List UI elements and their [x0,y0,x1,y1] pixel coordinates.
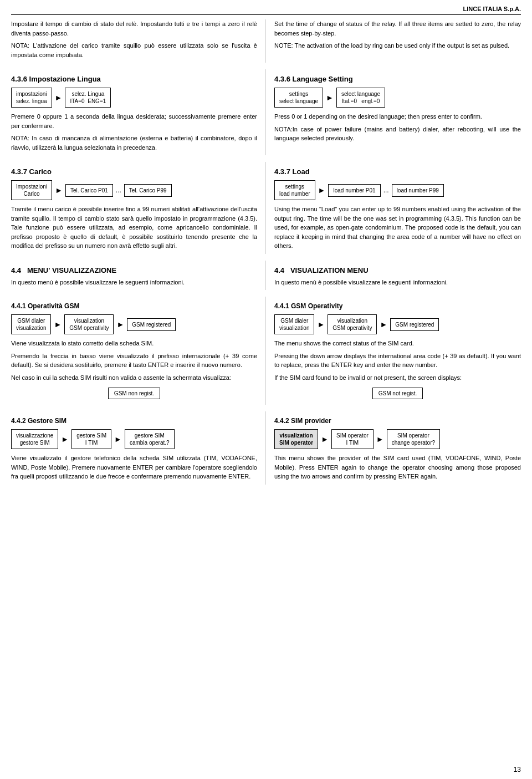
section-436-right: 4.3.6 Language Setting settingsselect la… [266,69,521,155]
flow-box-sim-operator-change: SIM operatorchange operator? [387,429,440,449]
section-44-right-title: 4.4 VISUALIZATION MENU [274,266,521,274]
flow-arrow-1: ► [55,93,63,102]
intro-left-para2: NOTA: L'attivazione del carico tramite s… [11,41,257,59]
flow-box-gsm-registered-left: GSM registered [127,318,176,331]
section-437-left: 4.3.7 Carico ImpostazioniCarico ► Tel. C… [11,162,266,254]
section-442-right-title: 4.4.2 SIM provider [274,417,521,425]
flow-arrow-8: ► [380,320,387,329]
section-442-right: 4.4.2 SIM provider visualizationSIM oper… [266,411,521,485]
flow-box-vis-gestore-sim: visualizzazionegestore SIM [11,429,58,449]
page: LINCE ITALIA S.p.A. Impostare il tempo d… [0,0,532,779]
section-44-left-title-num: 4.4 [11,266,21,274]
intro-right: Set the time of change of status of the … [266,19,521,63]
section-441-right-title: 4.4.1 GSM Operativity [274,302,521,310]
section-436-left-flow: impostazioniselez. lingua ► selez. Lingu… [11,88,257,108]
section-44-left-title-text: MENU' VISUALIZZAZIONE [23,266,116,274]
intro-left: Impostare il tempo di cambio di stato de… [11,19,266,63]
section-442: 4.4.2 Gestore SIM visualizzazionegestore… [11,411,521,485]
flow-box-settings-select: settingsselect language [274,88,323,108]
section-441-left-para3: Nel caso in cui la scheda SIM risulti no… [11,373,257,383]
section-437-left-title: 4.3.7 Carico [11,167,257,176]
section-44-left-title: 4.4 MENU' VISUALIZZAZIONE [11,266,257,274]
section-442-left-para1: Viene visualizzato il gestore telefonico… [11,454,257,481]
section-441-left-para1: Viene visualizzata lo stato corretto del… [11,339,257,348]
section-436-left: 4.3.6 Impostazione Lingua impostazionise… [11,69,266,155]
section-442-left-flow: visualizzazionegestore SIM ► gestore SIM… [11,429,257,449]
page-number: 13 [514,766,521,773]
flow-box-gsm-dialer-vis-right: GSM dialervisualization [274,314,314,334]
section-436-right-para2: NOTA:In case of power failure (mains and… [274,125,521,143]
section-441-right-para2: Pressing the down arrow displays the int… [274,352,521,370]
section-437-left-flow: ImpostazioniCarico ► Tel. Carico P01 ...… [11,180,257,200]
section-442-right-flow: visualizationSIM operator ► SIM operator… [274,429,521,449]
section-441-right-flow: GSM dialervisualization ► visualizationG… [274,314,521,334]
section-436: 4.3.6 Impostazione Lingua impostazionise… [11,69,521,155]
flow-box-vis-gsm-operativity-left: visualizationGSM operativity [64,314,114,334]
section-441-left-title: 4.4.1 Operatività GSM [11,302,257,310]
section-44-left-para1: In questo menù è possibile visualizzare … [11,278,257,287]
flow-arrow-12: ► [376,435,384,444]
page-header: LINCE ITALIA S.p.A. [11,6,521,15]
flow-arrow-3: ► [55,186,63,195]
section-44-right: 4.4 VISUALIZATION MENU In questo menù è … [266,261,521,291]
section-442-left-title: 4.4.2 Gestore SIM [11,417,257,425]
flow-arrow-10: ► [114,435,122,444]
gsm-non-regist-left: GSM non regist. [108,388,160,399]
flow-box-gestore-sim-cambia: gestore SIMcambia operat.? [125,429,175,449]
section-44-right-para1: In questo menù è possibile visualizzare … [274,278,521,287]
flow-box-load-number-p01: load number P01 [328,184,380,197]
flow-box-tel-carico-p99: Tel. Carico P99 [124,184,172,197]
intro-right-para2: NOTE: The activation of the load by ring… [274,41,521,50]
section-441-left-para2: Premendo la freccia in basso viene visua… [11,352,257,370]
section-437-right-para1: Using the menu "Load" you can enter up t… [274,205,521,251]
section-44-left: 4.4 MENU' VISUALIZZAZIONE In questo menù… [11,261,266,291]
flow-box-gsm-registered-right: GSM registered [390,318,439,331]
intro-left-para1: Impostare il tempo di cambio di stato de… [11,19,257,38]
section-441-right-para1: The menu shows the correct status of the… [274,339,521,348]
intro-section: Impostare il tempo di cambio di stato de… [11,19,521,63]
section-436-right-title: 4.3.6 Language Setting [274,75,521,83]
section-437-right-title: 4.3.7 Load [274,167,521,176]
section-437-right: 4.3.7 Load settingsload number ► load nu… [266,162,521,254]
section-442-left: 4.4.2 Gestore SIM visualizzazionegestore… [11,411,266,485]
flow-box-tel-carico-p01: Tel. Carico P01 [65,184,113,197]
gsm-non-regist-right-container: GSM not regist. [274,385,521,401]
section-441-left-flow: GSM dialervisualization ► visualizationG… [11,314,257,334]
section-436-left-para2: NOTA: In caso di mancanza di alimentazio… [11,134,257,152]
section-436-left-title: 4.3.6 Impostazione Lingua [11,75,257,83]
flow-arrow-4: ► [318,186,326,195]
section-437: 4.3.7 Carico ImpostazioniCarico ► Tel. C… [11,162,521,254]
flow-box-settings-load-number: settingsload number [274,180,315,200]
section-44-right-title-num: 4.4 [274,266,284,274]
section-436-right-flow: settingsselect language ► select languag… [274,88,521,108]
flow-dots-1: ... [116,186,121,194]
company-name: LINCE ITALIA S.p.A. [463,6,521,12]
section-441-left: 4.4.1 Operatività GSM GSM dialervisualiz… [11,297,266,405]
flow-box-gsm-dialer-vis-left: GSM dialervisualization [11,314,51,334]
gsm-non-regist-left-container: GSM non regist. [11,385,257,401]
flow-box-impostazioni-selez: impostazioniselez. lingua [11,88,52,108]
section-436-right-para1: Press 0 or 1 depending on the desired la… [274,112,521,121]
flow-dots-2: ... [383,186,389,194]
intro-right-para1: Set the time of change of status of the … [274,19,521,38]
flow-arrow-6: ► [116,320,124,329]
flow-arrow-9: ► [61,435,69,444]
flow-box-vis-gsm-operativity-right: visualizationGSM operativity [328,314,377,334]
flow-box-selez-lingua: selez. LinguaITA=0 ENG=1 [65,88,111,108]
section-441: 4.4.1 Operatività GSM GSM dialervisualiz… [11,297,521,405]
flow-arrow-7: ► [317,320,325,329]
section-437-left-para1: Tramite il menu carico è possibile inser… [11,205,257,251]
section-44: 4.4 MENU' VISUALIZZAZIONE In questo menù… [11,261,521,291]
flow-box-select-language-ital: select languageItal.=0 engl.=0 [336,88,385,108]
section-437-right-flow: settingsload number ► load number P01 ..… [274,180,521,200]
section-441-right-para3: If the SIM card found to be invalid or n… [274,373,521,383]
section-436-left-para1: Premere 0 oppure 1 a seconda della lingu… [11,112,257,130]
flow-box-load-number-p99: load number P99 [392,184,444,197]
section-442-right-para1: This menu shows the provider of the SIM … [274,454,521,481]
flow-box-gestore-sim-i-tim: gestore SIMI TIM [71,429,111,449]
flow-box-impostazioni-carico: ImpostazioniCarico [11,180,52,200]
flow-box-sim-operator-i-tim: SIM operatorI TIM [331,429,374,449]
flow-arrow-11: ► [321,435,329,444]
flow-arrow-5: ► [54,320,62,329]
section-44-right-title-text: VISUALIZATION MENU [287,266,369,274]
